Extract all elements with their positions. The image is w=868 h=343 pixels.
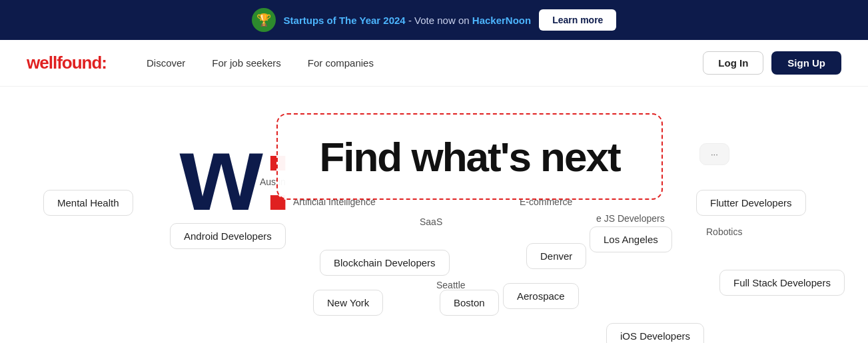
tag-denver[interactable]: Denver: [526, 243, 586, 269]
banner-text: Startups of The Year 2024 - Vote now on …: [284, 15, 532, 26]
logo-text: wellfound: [27, 53, 101, 73]
tag-los-angeles[interactable]: Los Angeles: [590, 226, 672, 252]
tag-mental-health[interactable]: Mental Health: [43, 190, 133, 216]
tag-aerospace[interactable]: Aerospace: [503, 283, 579, 309]
logo-colon: :: [101, 53, 107, 73]
top-right-pill: ···: [699, 143, 729, 165]
navbar: wellfound: Discover For job seekers For …: [0, 40, 868, 87]
nav-links: Discover For job seekers For companies: [147, 57, 703, 69]
nav-companies[interactable]: For companies: [308, 57, 374, 69]
tag-saas[interactable]: SaaS: [406, 210, 456, 234]
hero-headline: Find what's next: [319, 133, 620, 180]
tag-ios-developers[interactable]: iOS Developers: [606, 323, 704, 343]
learn-more-button[interactable]: Learn more: [539, 9, 616, 31]
tag-new-york[interactable]: New York: [313, 290, 383, 316]
tag-robotics[interactable]: Robotics: [693, 220, 755, 244]
logo: wellfound:: [27, 53, 107, 73]
banner-title: Startups of The Year 2024: [284, 15, 406, 26]
tag-full-stack-developers[interactable]: Full Stack Developers: [719, 270, 845, 296]
nav-job-seekers[interactable]: For job seekers: [212, 57, 280, 69]
tag-blockchain-developers[interactable]: Blockchain Developers: [320, 250, 450, 276]
nav-actions: Log In Sign Up: [703, 51, 841, 75]
search-box[interactable]: Find what's next: [276, 113, 663, 200]
tag-flutter-developers[interactable]: Flutter Developers: [696, 190, 806, 216]
hero-section: w: Find what's next ··· Mental Health Au…: [0, 87, 868, 343]
hackernoon-label: HackerNoon: [472, 15, 531, 26]
login-button[interactable]: Log In: [703, 51, 763, 75]
top-banner: 🏆 Startups of The Year 2024 - Vote now o…: [0, 0, 868, 40]
tag-android-developers[interactable]: Android Developers: [170, 223, 286, 249]
banner-middle: - Vote now on: [408, 15, 472, 26]
banner-icon: 🏆: [252, 8, 276, 32]
signup-button[interactable]: Sign Up: [771, 51, 841, 75]
tag-boston[interactable]: Boston: [440, 290, 499, 316]
nav-discover[interactable]: Discover: [147, 57, 185, 69]
